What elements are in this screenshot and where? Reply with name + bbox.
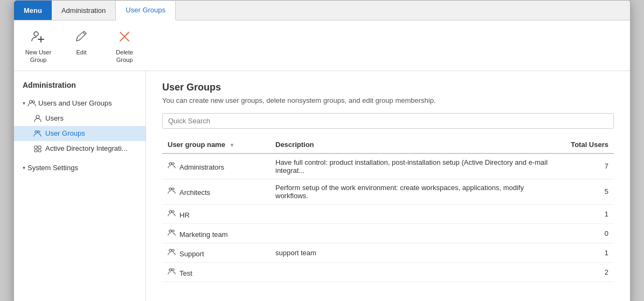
group-row-icon <box>168 209 176 219</box>
sidebar-group-header-system-settings[interactable]: ▾ System Settings <box>14 160 146 175</box>
sort-arrow-name: ▼ <box>230 142 235 148</box>
tab-administration[interactable]: Administration <box>52 1 116 20</box>
tab-menu[interactable]: Menu <box>14 1 52 20</box>
sidebar-item-user-groups-label: User Groups <box>45 129 85 137</box>
svg-point-0 <box>34 32 38 36</box>
active-directory-icon <box>33 144 42 153</box>
cell-total: 1 <box>560 243 614 262</box>
search-input[interactable] <box>162 113 614 129</box>
svg-point-23 <box>169 249 171 251</box>
delete-label: DeleteGroup <box>116 48 133 64</box>
delete-button[interactable]: DeleteGroup <box>111 27 138 64</box>
svg-point-15 <box>169 163 171 165</box>
cell-description: Have full control: product installation,… <box>270 153 560 179</box>
cell-total: 2 <box>560 262 614 282</box>
sidebar-item-user-groups[interactable]: User Groups <box>14 126 146 141</box>
sidebar-item-active-directory-label: Active Directory Integrati... <box>45 144 127 152</box>
sidebar-group-label-system-settings: System Settings <box>27 164 78 172</box>
body-layout: Administration ▾ Users and User Groups <box>14 71 630 301</box>
edit-icon <box>72 27 91 46</box>
svg-point-24 <box>172 249 174 251</box>
cell-name: Administrators <box>162 153 270 179</box>
delete-icon <box>115 27 134 46</box>
user-icon <box>33 114 42 123</box>
cell-name: HR <box>162 204 270 223</box>
sidebar-group-label-users-and-groups: Users and User Groups <box>38 99 112 107</box>
group-row-icon <box>168 186 176 197</box>
cell-total: 5 <box>560 179 614 204</box>
svg-point-10 <box>38 131 40 133</box>
table-row[interactable]: Support support team 1 <box>162 243 614 262</box>
page-title: User Groups <box>162 82 614 93</box>
new-user-group-icon <box>29 27 48 46</box>
main-window: Menu Administration User Groups New User… <box>13 0 631 301</box>
sidebar: Administration ▾ Users and User Groups <box>14 71 146 301</box>
svg-rect-13 <box>34 150 37 152</box>
edit-button[interactable]: Edit <box>68 27 95 56</box>
chevron-down-icon: ▾ <box>23 100 25 106</box>
edit-label: Edit <box>77 48 87 56</box>
sidebar-item-active-directory[interactable]: Active Directory Integrati... <box>14 141 146 156</box>
cell-name: Test <box>162 262 270 282</box>
table-row[interactable]: Test 2 <box>162 262 614 282</box>
sidebar-item-users-label: Users <box>45 114 64 122</box>
sidebar-group-users-and-groups: ▾ Users and User Groups Users <box>14 94 146 158</box>
user-groups-icon <box>33 129 42 138</box>
chevron-right-icon: ▾ <box>23 165 25 171</box>
svg-point-25 <box>169 268 171 270</box>
cell-total: 7 <box>560 153 614 179</box>
table-row[interactable]: Administrators Have full control: produc… <box>162 153 614 179</box>
svg-point-20 <box>172 211 174 213</box>
sidebar-group-system-settings: ▾ System Settings <box>14 158 146 177</box>
svg-point-7 <box>32 101 34 103</box>
table-row[interactable]: Architects Perform setup of the work env… <box>162 179 614 204</box>
svg-point-6 <box>30 100 32 103</box>
svg-point-22 <box>172 230 174 232</box>
svg-point-21 <box>169 229 171 232</box>
tab-user-groups[interactable]: User Groups <box>116 1 176 20</box>
user-groups-table: User group name ▼ Description Total User… <box>162 136 614 282</box>
svg-rect-14 <box>38 150 41 152</box>
cell-total: 0 <box>560 223 614 243</box>
table-row[interactable]: Marketing team 0 <box>162 223 614 243</box>
svg-point-19 <box>169 210 171 212</box>
svg-point-16 <box>172 163 174 165</box>
sidebar-item-users[interactable]: Users <box>14 111 146 126</box>
users-icon <box>27 99 36 108</box>
cell-description <box>270 204 560 223</box>
new-user-group-label: New UserGroup <box>25 48 51 64</box>
cell-description: support team <box>270 243 560 262</box>
svg-point-26 <box>172 269 174 271</box>
svg-rect-12 <box>38 146 41 149</box>
cell-name: Support <box>162 243 270 262</box>
cell-description <box>270 223 560 243</box>
group-row-icon <box>168 161 176 171</box>
svg-point-9 <box>35 130 37 132</box>
sidebar-section-title: Administration <box>14 76 146 94</box>
group-row-icon <box>168 248 176 258</box>
cell-name: Marketing team <box>162 223 270 243</box>
cell-total: 1 <box>560 204 614 223</box>
new-user-group-button[interactable]: New UserGroup <box>25 27 52 64</box>
page-description: You can create new user groups, delete n… <box>162 96 614 104</box>
col-header-total: Total Users <box>560 136 614 153</box>
svg-point-8 <box>36 115 39 118</box>
cell-description <box>270 262 560 282</box>
svg-line-3 <box>83 32 85 34</box>
svg-rect-11 <box>34 146 37 149</box>
table-row[interactable]: HR 1 <box>162 204 614 223</box>
toolbar: New UserGroup Edit DeleteGroup <box>14 20 630 71</box>
svg-point-18 <box>172 188 174 190</box>
group-row-icon <box>168 267 176 277</box>
cell-description: Perform setup of the work environment: c… <box>270 179 560 204</box>
col-header-description: Description <box>270 136 560 153</box>
col-header-name[interactable]: User group name ▼ <box>162 136 270 153</box>
cell-name: Architects <box>162 179 270 204</box>
group-row-icon <box>168 228 176 239</box>
tab-bar: Menu Administration User Groups <box>14 1 630 20</box>
main-content: User Groups You can create new user grou… <box>146 71 630 301</box>
svg-point-17 <box>169 188 171 190</box>
sidebar-group-header-users-and-groups[interactable]: ▾ Users and User Groups <box>14 96 146 111</box>
